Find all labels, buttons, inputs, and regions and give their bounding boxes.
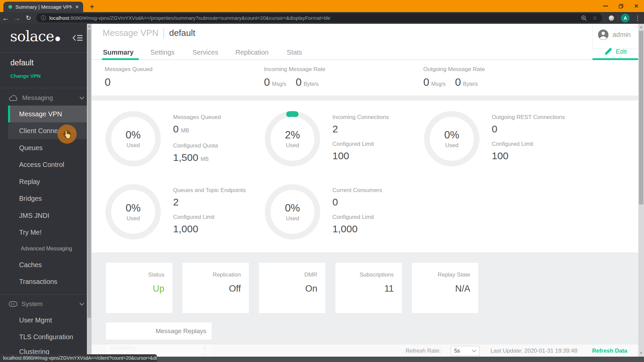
pencil-icon xyxy=(604,47,612,56)
hand-cursor-icon xyxy=(63,130,71,139)
forward-icon[interactable]: → xyxy=(11,14,23,22)
edit-button[interactable]: Edit xyxy=(604,47,627,56)
stat-unit: Byte/s xyxy=(463,81,478,87)
chevron-down-icon[interactable] xyxy=(79,303,84,306)
tab-replication[interactable]: Replication xyxy=(235,47,269,57)
profile-avatar[interactable]: A xyxy=(621,14,630,22)
tab-label: Services xyxy=(193,49,218,56)
sidebar-item-label: User Mgmt xyxy=(19,316,52,324)
status-card-replay-state: Replay State N/A xyxy=(412,263,478,313)
refresh-footer: Refresh Rate: 5s Last Update: 2020-01-31… xyxy=(92,344,638,358)
tile-value: 0 xyxy=(332,196,338,208)
tab-services[interactable]: Services xyxy=(193,47,218,57)
url-text[interactable]: localhost:8080/#/msg-vpns/ZGVmYXVsdA==/p… xyxy=(49,15,330,21)
scroll-up-icon[interactable]: ▲ xyxy=(638,25,644,28)
window-restore-button[interactable] xyxy=(613,0,629,12)
sidebar-section-system[interactable]: System xyxy=(9,299,43,309)
sidebar-item-jms-jndi[interactable]: JMS JNDI xyxy=(8,207,87,224)
browser-toolbar: ← → ↻ ⓘ localhost:8080/#/msg-vpns/ZGVmYX… xyxy=(0,12,644,24)
stat-unit: Msg/s xyxy=(431,81,446,87)
donut-gauge: 0%Used xyxy=(105,183,162,240)
sidebar-item-bridges[interactable]: Bridges xyxy=(8,190,87,207)
browser-tab[interactable]: Summary | Message VPN ✕ xyxy=(3,2,83,12)
sidebar-scrollbar-thumb[interactable] xyxy=(88,29,91,318)
tile-label: Queues and Topic Endpoints xyxy=(173,187,274,194)
card-value: Up xyxy=(106,284,164,294)
status-card-subscriptions: Subscriptions 11 xyxy=(335,263,402,313)
sidebar-item-tls-configuration[interactable]: TLS Configuration xyxy=(8,328,87,345)
cloud-icon xyxy=(9,95,18,101)
gauge-percent: 0% xyxy=(285,202,300,214)
user-menu[interactable]: admin xyxy=(598,29,631,40)
main-content: Message VPN default admin Summary Settin… xyxy=(92,24,638,362)
toolbar-divider xyxy=(618,15,618,21)
gauge-used-label: Used xyxy=(286,215,299,222)
sidebar-item-user-mgmt[interactable]: User Mgmt xyxy=(8,312,87,328)
chevron-down-icon[interactable] xyxy=(79,97,84,100)
last-update-text: Last Update: 2020-01-31 19:39:48 xyxy=(490,348,577,354)
tile-label: Configured Limit xyxy=(492,141,592,147)
url-bar[interactable]: ⓘ localhost:8080/#/msg-vpns/ZGVmYXVsdA==… xyxy=(36,13,602,22)
donut-gauge: 0%Used xyxy=(423,110,480,167)
tab-stats[interactable]: Stats xyxy=(287,47,302,57)
stat-value: 0 xyxy=(264,76,270,88)
window-close-button[interactable]: ✕ xyxy=(629,0,644,12)
back-icon[interactable]: ← xyxy=(0,14,11,22)
scroll-down-icon[interactable]: ▼ xyxy=(638,352,644,355)
page-title-label: Message VPN xyxy=(103,28,158,38)
content-scrollbar[interactable]: ▲ ▼ xyxy=(638,24,644,362)
zoom-icon[interactable] xyxy=(581,15,587,21)
sidebar-item-access-control[interactable]: Access Control xyxy=(8,156,87,173)
edit-label: Edit xyxy=(616,48,627,55)
refresh-rate-select[interactable]: 5s xyxy=(451,346,480,356)
bookmark-star-icon[interactable]: ☆ xyxy=(592,14,597,21)
tile-value: 0 xyxy=(173,123,179,135)
tile-label: Configured Limit xyxy=(332,214,433,221)
browser-menu-icon[interactable]: ⋮ xyxy=(635,12,641,24)
window-controls: ✕ xyxy=(598,0,644,12)
sidebar-item-transactions[interactable]: Transactions xyxy=(8,273,87,290)
tab-summary[interactable]: Summary xyxy=(103,47,133,57)
extension-icon[interactable] xyxy=(609,15,614,21)
tab-title: Summary | Message VPN xyxy=(15,4,72,10)
tile-value: 1,000 xyxy=(173,223,198,235)
refresh-data-button[interactable]: Refresh Data xyxy=(592,348,627,354)
sidebar-item-replay[interactable]: Replay xyxy=(8,173,87,190)
sidebar-item-try-me[interactable]: Try Me! xyxy=(8,224,87,241)
user-icon xyxy=(598,29,608,40)
refresh-rate-label: Refresh Rate: xyxy=(406,348,441,354)
card-label: Status xyxy=(106,272,164,278)
sidebar-section-messaging[interactable]: Messaging xyxy=(9,93,53,103)
sidebar-collapse-button[interactable] xyxy=(72,34,83,43)
sidebar-item-message-vpn[interactable]: Message VPN xyxy=(8,106,87,122)
change-vpn-link[interactable]: Change VPN xyxy=(10,73,41,79)
sidebar-divider xyxy=(0,88,87,88)
content-scrollbar-thumb[interactable] xyxy=(639,31,643,204)
scroll-up-icon[interactable]: ▲ xyxy=(87,25,92,28)
card-value: Off xyxy=(182,284,241,294)
stat-label: Outgoing Message Rate xyxy=(423,66,485,73)
tab-close-icon[interactable]: ✕ xyxy=(75,4,79,10)
new-tab-button[interactable]: + xyxy=(87,2,97,12)
sidebar-item-advanced-messaging[interactable]: Advanced Messaging xyxy=(8,241,87,256)
message-replays-header: Message Replays xyxy=(106,322,212,340)
status-card-dmr: DMR On xyxy=(259,263,325,313)
sidebar-scrollbar[interactable]: ▲ xyxy=(87,24,92,362)
sidebar-item-queues[interactable]: Queues xyxy=(8,139,87,156)
card-label: Replay State xyxy=(412,272,470,278)
card-label: Subscriptions xyxy=(335,272,394,278)
gauge-percent: 0% xyxy=(126,202,141,214)
card-value: On xyxy=(259,284,317,294)
page-info-icon[interactable]: ⓘ xyxy=(41,15,46,21)
card-label: Replication xyxy=(182,272,241,278)
window-minimize-button[interactable] xyxy=(598,0,613,12)
stat-value: 0 xyxy=(296,76,302,88)
collapse-menu-icon xyxy=(72,34,83,42)
tab-settings[interactable]: Settings xyxy=(150,47,174,57)
donut-gauge: 2%Used xyxy=(264,110,321,167)
stat-messages-queued: Messages Queued 0 xyxy=(105,66,153,88)
reload-icon[interactable]: ↻ xyxy=(23,14,34,22)
tile-label: Current Consumers xyxy=(332,187,433,194)
sidebar-item-caches[interactable]: Caches xyxy=(8,256,87,273)
refresh-rate-value: 5s xyxy=(454,348,460,354)
